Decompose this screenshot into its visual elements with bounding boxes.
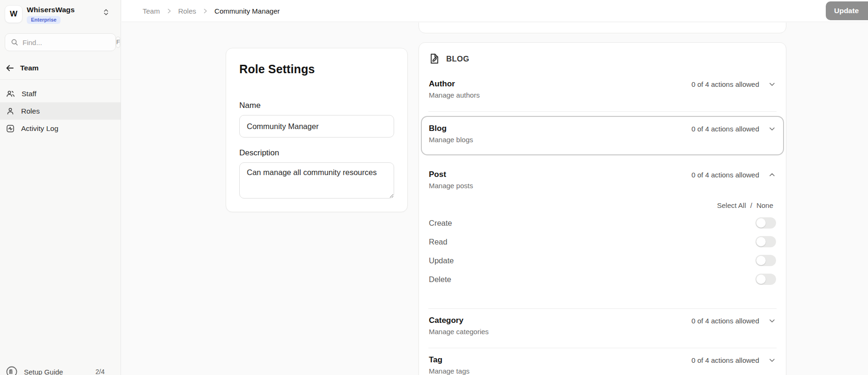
action-toggle-list: CreateReadUpdateDelete — [429, 212, 776, 296]
breadcrumb-roles[interactable]: Roles — [178, 7, 196, 15]
sidebar-item-label: Activity Log — [21, 124, 58, 133]
chevron-right-icon — [166, 8, 172, 14]
update-button[interactable]: Update — [826, 1, 868, 20]
action-row-update: Update — [429, 251, 776, 270]
chevron-down-icon[interactable] — [768, 125, 776, 133]
permission-row-tag: TagManage tags0 of 4 actions allowed — [428, 348, 777, 375]
name-label: Name — [239, 101, 394, 110]
permission-name: Tag — [429, 355, 470, 365]
search-box[interactable]: F — [5, 33, 116, 51]
permission-rows: AuthorManage authors0 of 4 actions allow… — [428, 72, 777, 375]
chevron-down-icon[interactable] — [768, 356, 776, 364]
search-shortcut-key: F — [116, 37, 120, 48]
action-label: Read — [429, 237, 447, 246]
permission-row-header-category[interactable]: CategoryManage categories0 of 4 actions … — [429, 316, 776, 336]
permission-row-header-author[interactable]: AuthorManage authors0 of 4 actions allow… — [429, 79, 776, 99]
toggle-knob — [756, 256, 766, 265]
back-to-team[interactable]: Team — [0, 51, 121, 79]
setup-guide-label: Setup Guide — [24, 368, 90, 375]
permission-description: Manage categories — [429, 328, 489, 336]
breadcrumb-current: Community Manager — [214, 7, 280, 15]
actions-allowed-summary: 0 of 4 actions allowed — [692, 356, 759, 364]
permission-description: Manage tags — [429, 367, 470, 375]
role-settings-card: Role Settings Name Description — [226, 48, 408, 212]
description-label: Description — [239, 148, 394, 158]
action-label: Update — [429, 256, 454, 265]
permission-row-blog: BlogManage blogs0 of 4 actions allowed — [421, 116, 784, 155]
permission-row-text: TagManage tags — [429, 355, 470, 375]
permission-row-header-post[interactable]: PostManage posts0 of 4 actions allowed — [429, 170, 776, 190]
select-all-link[interactable]: Select All — [717, 201, 746, 209]
gauge-icon — [6, 366, 18, 375]
toggle-knob — [756, 237, 766, 246]
actions-allowed-summary: 0 of 4 actions allowed — [692, 125, 759, 133]
permission-row-text: BlogManage blogs — [429, 124, 473, 144]
sidebar-nav: Staff Roles Activity Log — [0, 80, 121, 137]
permission-row-right: 0 of 4 actions allowed — [692, 124, 776, 133]
toggle-knob — [756, 218, 766, 228]
chevron-down-icon[interactable] — [768, 317, 776, 325]
permission-row-author: AuthorManage authors0 of 4 actions allow… — [428, 72, 777, 111]
action-row-delete: Delete — [429, 270, 776, 289]
activity-icon — [6, 124, 15, 133]
permission-row-post: PostManage posts0 of 4 actions allowedSe… — [428, 155, 777, 308]
permissions-group-title: BLOG — [446, 54, 469, 63]
permission-row-header-tag[interactable]: TagManage tags0 of 4 actions allowed — [429, 355, 776, 375]
document-pen-icon — [429, 53, 440, 65]
permission-row-header-blog[interactable]: BlogManage blogs0 of 4 actions allowed — [429, 124, 776, 144]
workspace-avatar: W — [5, 5, 23, 23]
role-settings-title: Role Settings — [239, 62, 394, 76]
sidebar: W WhisersWags Enterprise F Team — [0, 0, 121, 375]
sidebar-item-roles[interactable]: Roles — [0, 102, 121, 120]
user-icon — [6, 107, 15, 115]
setup-guide-progress: 2/4 — [96, 368, 105, 375]
permission-row-category: CategoryManage categories0 of 4 actions … — [428, 309, 777, 348]
select-none-link[interactable]: None — [756, 201, 773, 209]
permission-row-right: 0 of 4 actions allowed — [692, 316, 776, 325]
sidebar-item-staff[interactable]: Staff — [0, 85, 121, 102]
permission-row-text: CategoryManage categories — [429, 316, 489, 336]
permission-description: Manage posts — [429, 182, 473, 190]
topbar: Team Roles Community Manager Update — [122, 0, 868, 22]
chevron-right-icon — [202, 8, 208, 14]
sidebar-item-label: Roles — [21, 107, 40, 115]
permission-row-text: PostManage posts — [429, 170, 473, 190]
actions-allowed-summary: 0 of 4 actions allowed — [692, 317, 759, 325]
workspace-switcher[interactable]: W WhisersWags Enterprise — [0, 0, 121, 28]
arrow-left-icon — [6, 64, 14, 72]
blog-permissions-card: BLOG AuthorManage authors0 of 4 actions … — [419, 42, 786, 375]
permission-name: Blog — [429, 124, 473, 133]
toggle-read[interactable] — [755, 236, 776, 247]
search-input[interactable] — [23, 38, 116, 46]
chevron-down-icon[interactable] — [768, 80, 776, 88]
plan-badge: Enterprise — [27, 16, 61, 24]
main-content: Role Settings Name Description BLOG Auth… — [122, 23, 868, 375]
permissions-group-header: BLOG — [428, 49, 777, 72]
users-icon — [6, 90, 15, 98]
permission-row-text: AuthorManage authors — [429, 79, 480, 99]
toggle-delete[interactable] — [755, 274, 776, 285]
chevron-up-down-icon[interactable] — [101, 7, 111, 17]
toggle-knob — [756, 275, 766, 284]
chevron-up-icon[interactable] — [768, 171, 776, 179]
row-divider — [428, 111, 777, 112]
permission-row-right: 0 of 4 actions allowed — [692, 79, 776, 88]
sidebar-item-label: Staff — [22, 90, 37, 98]
action-label: Delete — [429, 275, 451, 284]
breadcrumb-team[interactable]: Team — [143, 7, 160, 15]
sidebar-item-activity-log[interactable]: Activity Log — [0, 120, 121, 137]
permission-row-right: 0 of 4 actions allowed — [692, 170, 776, 179]
setup-guide[interactable]: Setup Guide 2/4 — [0, 362, 121, 375]
permission-description: Manage authors — [429, 91, 480, 99]
role-description-textarea[interactable] — [239, 162, 394, 199]
role-name-input[interactable] — [239, 115, 394, 138]
back-label: Team — [20, 64, 38, 72]
permission-name: Post — [429, 170, 473, 179]
permission-name: Category — [429, 316, 489, 325]
permission-name: Author — [429, 79, 480, 89]
toggle-update[interactable] — [755, 255, 776, 266]
actions-allowed-summary: 0 of 4 actions allowed — [692, 171, 759, 179]
previous-permission-card — [419, 23, 786, 33]
toggle-create[interactable] — [755, 217, 776, 229]
bulk-select-controls: Select All/None — [429, 201, 773, 209]
